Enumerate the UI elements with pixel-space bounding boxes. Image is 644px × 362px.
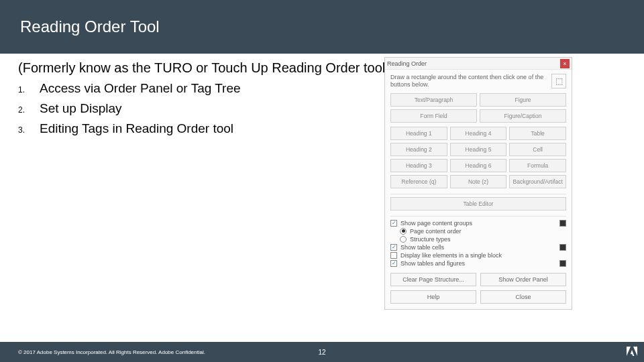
form-field-button[interactable]: Form Field [390, 109, 477, 123]
color-swatch[interactable] [559, 220, 566, 227]
option-label: Display like elements in a single block [400, 252, 502, 259]
close-button[interactable]: × [560, 59, 570, 68]
option-label: Show tables and figures [400, 260, 465, 267]
heading5-button[interactable]: Heading 5 [450, 143, 507, 156]
heading1-button[interactable]: Heading 1 [390, 127, 447, 140]
heading2-button[interactable]: Heading 2 [390, 143, 447, 156]
separator [390, 194, 566, 194]
text-paragraph-button[interactable]: Text/Paragraph [390, 93, 477, 107]
copyright-text: © 2017 Adobe Systems Incorporated. All R… [0, 349, 205, 355]
reference-button[interactable]: Reference (q) [390, 175, 447, 188]
dialog-footer: Clear Page Structure... Show Order Panel… [385, 267, 572, 309]
structure-types-option[interactable]: Structure types [385, 235, 572, 243]
color-swatch[interactable] [559, 260, 566, 267]
option-label: Show table cells [400, 244, 444, 251]
step-number: 3. [18, 125, 40, 135]
step-number: 1. [18, 85, 40, 95]
checkbox-icon: ✓ [390, 244, 397, 251]
heading-grid: Heading 1 Heading 4 Table Heading 2 Head… [385, 127, 572, 191]
step-label: Access via Order Panel or Tag Tree [40, 81, 241, 96]
svg-marker-1 [633, 347, 637, 356]
radio-icon [400, 236, 407, 243]
cell-button[interactable]: Cell [509, 143, 566, 156]
dialog-instruction-row: Draw a rectangle around the content then… [385, 70, 572, 93]
show-groups-option[interactable]: ✓ Show page content groups [385, 219, 572, 227]
step-label: Editing Tags in Reading Order tool [40, 121, 233, 136]
show-tables-figures-option[interactable]: ✓ Show tables and figures [385, 259, 572, 267]
checkbox-icon: ✓ [390, 220, 397, 227]
slide-title-bar: Reading Order Tool [0, 0, 644, 54]
option-label: Page content order [410, 228, 462, 235]
step-label: Set up Display [40, 101, 122, 116]
adobe-logo-icon [627, 347, 637, 357]
clear-structure-button[interactable]: Clear Page Structure... [390, 273, 476, 286]
radio-icon [400, 228, 407, 235]
help-button[interactable]: Help [390, 290, 476, 304]
show-order-panel-button[interactable]: Show Order Panel [480, 273, 566, 286]
note-button[interactable]: Note (z) [450, 175, 507, 188]
background-button[interactable]: Background/Artifact [509, 175, 566, 188]
table-editor-button[interactable]: Table Editor [390, 197, 566, 210]
display-block-option[interactable]: Display like elements in a single block [385, 251, 572, 259]
svg-marker-2 [631, 350, 635, 356]
heading3-button[interactable]: Heading 3 [390, 159, 447, 172]
heading6-button[interactable]: Heading 6 [450, 159, 507, 172]
slide-footer: © 2017 Adobe Systems Incorporated. All R… [0, 342, 644, 362]
dialog-titlebar: Reading Order × [385, 58, 572, 70]
formula-button[interactable]: Formula [509, 159, 566, 172]
option-label: Show page content groups [400, 220, 472, 227]
table-editor-row: Table Editor [385, 197, 572, 213]
page-number: 12 [318, 349, 325, 356]
checkbox-icon: ✓ [390, 260, 397, 267]
slide-title: Reading Order Tool [20, 17, 160, 36]
show-table-cells-option[interactable]: ✓ Show table cells [385, 243, 572, 251]
table-button[interactable]: Table [509, 127, 566, 140]
svg-marker-0 [627, 347, 631, 356]
figure-caption-button[interactable]: Figure/Caption [480, 109, 566, 123]
page-content-order-option[interactable]: Page content order [385, 227, 572, 235]
color-swatch[interactable] [559, 244, 566, 251]
dialog-instruction: Draw a rectangle around the content then… [390, 74, 547, 89]
option-label: Structure types [410, 236, 451, 243]
selection-tool-icon[interactable]: ⬚ [551, 74, 566, 88]
reading-order-dialog: Reading Order × Draw a rectangle around … [384, 57, 572, 310]
figure-button[interactable]: Figure [480, 93, 566, 107]
checkbox-icon [390, 252, 397, 259]
dialog-title: Reading Order [387, 60, 560, 67]
step-number: 2. [18, 105, 40, 115]
heading4-button[interactable]: Heading 4 [450, 127, 507, 140]
tag-button-row: Text/Paragraph Figure Form Field Figure/… [385, 93, 572, 127]
separator [390, 216, 566, 217]
close-dialog-button[interactable]: Close [480, 290, 566, 304]
